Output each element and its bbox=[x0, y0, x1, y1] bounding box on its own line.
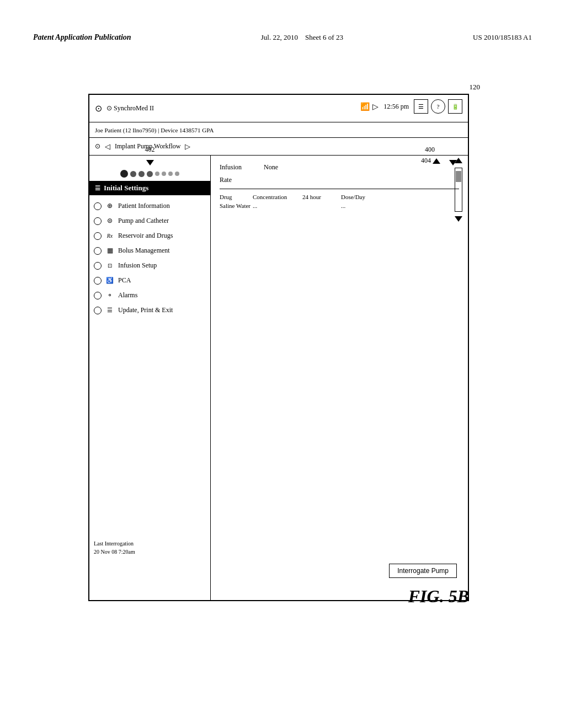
fig-label: FIG. 5B bbox=[408, 586, 469, 607]
infusion-label: Infusion bbox=[220, 163, 242, 172]
interrogate-pump-area: Interrogate Pump bbox=[389, 564, 457, 578]
menu-item-alarms[interactable]: ⚬ Alarms bbox=[89, 288, 210, 303]
nav-arrow-left[interactable]: ◁ bbox=[105, 142, 110, 151]
alarms-icon: ⚬ bbox=[105, 291, 115, 299]
time-display: 12:56 pm bbox=[383, 103, 409, 111]
pump-catheter-label: Pump and Catheter bbox=[118, 217, 169, 225]
initial-settings-header: ☰ Initial Settings bbox=[89, 181, 210, 195]
drug-label: Drug bbox=[220, 194, 253, 200]
progress-dots bbox=[89, 167, 210, 181]
menu-item-reservoir-drugs[interactable]: Rx Reservoir and Drugs bbox=[89, 228, 210, 243]
label-404: 404 bbox=[421, 157, 431, 165]
menu-item-pca[interactable]: ♿ PCA bbox=[89, 273, 210, 288]
patient-bar: Joe Patient (12 Ilno7950) | Device 14385… bbox=[89, 122, 468, 138]
concentration-value: ... bbox=[253, 202, 302, 209]
scroll-thumb bbox=[456, 171, 461, 182]
pca-label: PCA bbox=[118, 276, 131, 285]
24hour-column: 24 hour bbox=[302, 194, 341, 200]
menu-item-bolus[interactable]: ▦ Bolus Management bbox=[89, 243, 210, 258]
bolus-label: Bolus Management bbox=[118, 247, 170, 255]
document-icon[interactable]: ☰ bbox=[414, 99, 428, 114]
dot-2 bbox=[130, 171, 136, 177]
patient-info-label: Patient Information bbox=[118, 202, 170, 210]
dot-8 bbox=[175, 172, 179, 176]
dot-3 bbox=[138, 171, 145, 177]
battery-icon: 🔋 bbox=[448, 99, 462, 114]
scroll-down-arrow[interactable] bbox=[146, 160, 154, 165]
menu-item-patient-information[interactable]: ⊕ Patient Information bbox=[89, 199, 210, 213]
radio-pump-catheter bbox=[94, 217, 102, 225]
drug-column: Drug Saline Water bbox=[220, 194, 253, 209]
pump-catheter-icon: ⊜ bbox=[105, 217, 115, 225]
menu-item-update-print[interactable]: ☰ Update, Print & Exit bbox=[89, 303, 210, 318]
dot-5 bbox=[155, 172, 159, 176]
infusion-value: None bbox=[264, 163, 278, 172]
concentration-column: Concentration ... bbox=[253, 194, 302, 209]
section-400: 400 404 Infusion None Rate bbox=[211, 156, 468, 600]
scroll-up-right[interactable] bbox=[455, 158, 462, 163]
top-right-icons: 📶 ▷ 12:56 pm ☰ ? 🔋 bbox=[360, 99, 462, 114]
radio-update-print bbox=[94, 307, 102, 314]
section-402: 402 ☰ Initial Settings bbox=[89, 156, 211, 600]
dose-day-value: ... bbox=[341, 202, 380, 209]
radio-reservoir-drugs bbox=[94, 232, 102, 240]
reservoir-drugs-icon: Rx bbox=[105, 233, 115, 239]
patient-info-icon: ⊕ bbox=[105, 202, 115, 210]
radio-patient-info bbox=[94, 202, 102, 210]
scroll-track[interactable] bbox=[455, 168, 462, 212]
menu-items: ⊕ Patient Information ⊜ Pump and Cathete… bbox=[89, 195, 210, 321]
dot-1 bbox=[120, 170, 128, 178]
label-404-group: 404 bbox=[421, 157, 440, 165]
publication-label: Patent Application Publication bbox=[33, 33, 131, 42]
radio-bolus bbox=[94, 247, 102, 255]
initial-settings-label: Initial Settings bbox=[104, 184, 148, 192]
label-120: 120 bbox=[470, 83, 481, 92]
patient-info: Joe Patient (12 Ilno7950) | Device 14385… bbox=[95, 127, 214, 133]
alarms-label: Alarms bbox=[118, 291, 137, 299]
diagram-container: 120 ⊙ ⊙ SynchroMed II 📶 ▷ 12:56 pm ☰ ? 🔋 bbox=[88, 83, 486, 623]
label-400: 400 bbox=[425, 146, 435, 154]
bolus-icon: ▦ bbox=[105, 247, 115, 255]
dose-day-column: Dose/Day ... bbox=[341, 194, 380, 209]
reservoir-drugs-label: Reservoir and Drugs bbox=[118, 232, 173, 240]
device-top-bar: ⊙ ⊙ SynchroMed II 📶 ▷ 12:56 pm ☰ ? 🔋 bbox=[89, 95, 468, 122]
sheet-label: Sheet 6 of 23 bbox=[305, 33, 343, 41]
update-print-icon: ☰ bbox=[105, 307, 115, 314]
24hour-label: 24 hour bbox=[302, 194, 341, 200]
device-title: ⊙ SynchroMed II bbox=[106, 104, 154, 113]
menu-item-pump-catheter[interactable]: ⊜ Pump and Catheter bbox=[89, 213, 210, 228]
scroll-down-right[interactable] bbox=[455, 216, 462, 222]
infusion-setup-icon: ⊡ bbox=[105, 263, 115, 269]
radio-alarms bbox=[94, 292, 102, 299]
sync-icon: ⊙ bbox=[95, 103, 102, 114]
nav-sync-icon: ⊙ bbox=[95, 142, 100, 151]
dose-day-label: Dose/Day bbox=[341, 194, 380, 200]
drug-info-columns: Drug Saline Water Concentration ... 24 h… bbox=[220, 194, 459, 209]
settings-icon: ☰ bbox=[95, 185, 100, 192]
dot-4 bbox=[147, 171, 153, 177]
nav-arrow-right[interactable]: ▷ bbox=[185, 142, 190, 151]
play-icon[interactable]: ▷ bbox=[372, 102, 379, 111]
separator-line bbox=[220, 189, 459, 189]
label-402: 402 bbox=[145, 146, 155, 154]
dot-7 bbox=[168, 172, 173, 176]
right-scroll-indicator bbox=[450, 156, 467, 224]
page-header: Patent Application Publication Jul. 22, … bbox=[33, 33, 532, 42]
concentration-label: Concentration bbox=[253, 194, 302, 200]
radio-infusion-setup bbox=[94, 262, 102, 270]
radio-pca bbox=[94, 277, 102, 285]
signal-icon: 📶 bbox=[360, 102, 370, 111]
menu-item-infusion-setup[interactable]: ⊡ Infusion Setup bbox=[89, 258, 210, 273]
rate-row: Rate bbox=[220, 176, 459, 184]
pca-icon: ♿ bbox=[105, 277, 115, 284]
device-frame: ⊙ ⊙ SynchroMed II 📶 ▷ 12:56 pm ☰ ? 🔋 Joe… bbox=[88, 94, 469, 601]
rate-label: Rate bbox=[220, 176, 232, 184]
drug-value: Saline Water bbox=[220, 202, 253, 209]
interrogate-pump-button[interactable]: Interrogate Pump bbox=[389, 564, 457, 578]
update-print-label: Update, Print & Exit bbox=[118, 306, 173, 314]
patent-number: US 2010/185183 A1 bbox=[473, 33, 532, 42]
infusion-setup-label: Infusion Setup bbox=[118, 261, 157, 270]
help-icon[interactable]: ? bbox=[431, 99, 445, 114]
dot-6 bbox=[162, 172, 166, 176]
bracket-up-arrow bbox=[433, 158, 440, 164]
